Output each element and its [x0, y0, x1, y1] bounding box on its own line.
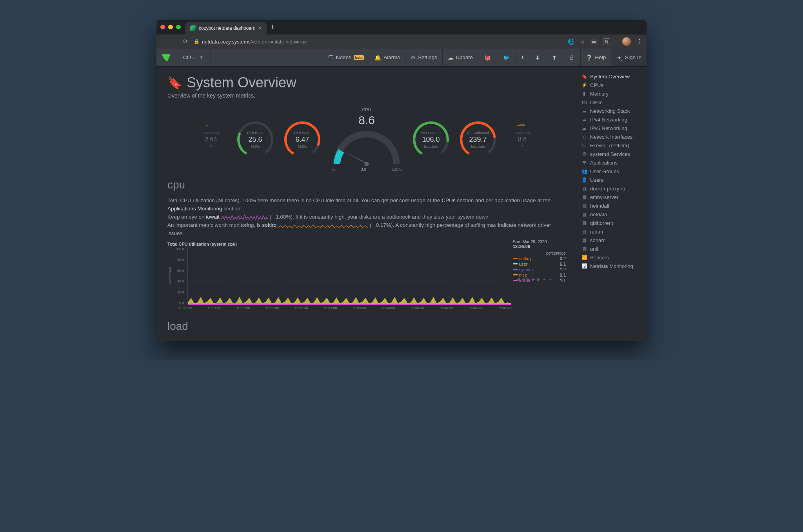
sidebar-item[interactable]: ▦heimdall	[577, 201, 643, 210]
cpu-text: An important metric worth monitoring, is	[167, 222, 262, 228]
window-maximize-icon[interactable]	[176, 25, 181, 29]
sidebar-item[interactable]: ⚡CPUs	[577, 81, 643, 89]
chart-legend: Sun, Mar 29, 2020 12:36:06 percentage so…	[513, 239, 566, 283]
extension-translate-icon[interactable]: 🌐	[568, 38, 574, 45]
chart-zoomout-icon[interactable]: －	[548, 277, 554, 282]
extension-notion-icon[interactable]: N	[603, 38, 610, 45]
sidebar-item[interactable]: ⎌Network Interfaces	[577, 132, 643, 141]
browser-tab[interactable]: cozybot netdata dashboard ×	[185, 22, 267, 34]
settings-button[interactable]: ⚙ Settings	[405, 49, 442, 66]
xtick: 12:31:30	[236, 306, 250, 310]
nav-reload-icon[interactable]: ⟳	[183, 38, 188, 45]
link-applications-monitoring[interactable]: Applications Monitoring	[167, 206, 222, 212]
twitter-link[interactable]: 🐦	[497, 49, 516, 66]
sidebar-item[interactable]: 🔖System Overview	[577, 72, 643, 81]
sidebar-item-label: unifi	[590, 246, 600, 252]
xtick: 12:33:00	[323, 306, 337, 310]
update-button[interactable]: ☁ Update	[442, 49, 478, 66]
new-tab-button[interactable]: +	[267, 23, 279, 31]
sidebar-item[interactable]: ▦emby-server	[577, 193, 643, 201]
grid-icon: ▦	[581, 237, 587, 243]
gauge-cpu[interactable]: CPU 8.6 % 0.0 100.0	[329, 107, 404, 172]
sidebar-item[interactable]: ▦docker proxy ro	[577, 184, 643, 193]
legend-row[interactable]: system1.2	[513, 267, 566, 272]
sidebar-item[interactable]: ⚙systemd Services	[577, 150, 643, 158]
download-button[interactable]: ⬇	[529, 49, 546, 66]
netdata-logo-icon[interactable]	[156, 49, 176, 66]
chart-play-icon[interactable]: ▶	[527, 277, 532, 282]
chart-resize-icon[interactable]: ⇕	[560, 277, 566, 282]
sidebar-item[interactable]: 📊Netdata Monitoring	[577, 262, 643, 270]
sidebar-item[interactable]: ☁IPv6 Networking	[577, 124, 643, 132]
gauge-used-swap[interactable]: Used Swap 2.64 %	[194, 122, 228, 157]
chart-rewind-icon[interactable]: ◀◀	[516, 277, 527, 282]
window-close-icon[interactable]	[160, 25, 165, 29]
gauge-disk-read[interactable]: Disk Read 25.6 MiB/s	[235, 119, 275, 159]
cpu-chart[interactable]: Total CPU utilization (system.cpu) perce…	[167, 242, 566, 310]
host-dropdown[interactable]: CO… ▼	[176, 49, 211, 66]
legend-row[interactable]: softirq0.2	[513, 256, 566, 261]
gauge-disk-write[interactable]: Disk Write 6.47 MiB/s	[282, 119, 322, 159]
sidebar-item[interactable]: 🖴Disks	[577, 98, 643, 107]
gauge-net-outbound[interactable]: Net Outbound 239.7 kilobits/s	[458, 119, 498, 159]
xtick: 12:30:30	[178, 306, 192, 310]
sidebar-item-label: heimdall	[590, 203, 609, 209]
extension-ublock-icon[interactable]: uo	[590, 39, 598, 44]
sidebar-item[interactable]: ☁Networking Stack	[577, 107, 643, 115]
svg-point-1	[194, 122, 228, 157]
chart-controls[interactable]: ◀◀▶▶▶＋－ ⇕	[516, 276, 566, 283]
legend-row[interactable]: user6.1	[513, 262, 566, 266]
section-body-cpu: Total CPU utilization (all cores). 100% …	[167, 197, 566, 238]
heart-icon: ❤	[581, 160, 587, 165]
signin-button[interactable]: ➜] Sign In	[611, 49, 647, 66]
tab-close-icon[interactable]: ×	[259, 25, 262, 31]
chart-zoomin-icon[interactable]: ＋	[542, 277, 548, 282]
chart-forward-icon[interactable]: ▶▶	[532, 277, 542, 282]
sidebar-item[interactable]: ▦unifi	[577, 244, 643, 253]
cloud-icon: ☁	[581, 117, 587, 122]
legend-name: softirq	[519, 256, 560, 261]
address-field[interactable]: 🔒 netdata.cozy.systems/#;theme=slate;hel…	[194, 39, 562, 45]
gauge-used-ram[interactable]: Used RAM 8.6 %	[505, 122, 540, 157]
sidebar-item-label: Networking Stack	[590, 108, 630, 114]
nodes-button[interactable]: 🖵 Nodes beta	[323, 49, 369, 66]
sidebar-item[interactable]: ▦qbittorrent	[577, 219, 643, 227]
github-icon: 🐙	[484, 54, 491, 61]
sidebar-item-label: emby-server	[590, 194, 618, 200]
gauge-net-inbound[interactable]: Net Inbound 106.0 kilobits/s	[411, 119, 451, 159]
profile-avatar-icon[interactable]	[622, 37, 631, 46]
sidebar-item[interactable]: 🛡Firewall (netfilter)	[577, 141, 643, 150]
sidebar-item[interactable]: 👥User Groups	[577, 167, 643, 176]
nav-back-icon[interactable]: ←	[160, 38, 166, 45]
sidebar-item[interactable]: ▦sonarr	[577, 236, 643, 244]
bookmark-star-icon[interactable]: ☆	[580, 38, 585, 45]
page-subtitle: Overview of the key system metrics.	[167, 92, 566, 99]
sidebar-item-label: System Overview	[590, 74, 630, 80]
sidebar-item[interactable]: ▦radarr	[577, 227, 643, 236]
ytick: 60.0	[175, 269, 184, 273]
window-minimize-icon[interactable]	[168, 25, 173, 29]
grid-icon: ▦	[581, 229, 587, 234]
print-button[interactable]: 🖨	[563, 49, 580, 66]
cpu-text: ). If it is constantly high, your disks …	[291, 214, 490, 220]
sidebar-item-label: CPUs	[590, 82, 603, 88]
sidebar-item[interactable]: ▦netdata	[577, 210, 643, 219]
sidebar-item[interactable]: 👤Users	[577, 176, 643, 184]
link-cpus[interactable]: CPUs	[441, 197, 455, 203]
sidebar-item[interactable]: ☁IPv4 Networking	[577, 115, 643, 124]
help-button[interactable]: ❔ Help	[580, 49, 611, 66]
browser-menu-icon[interactable]: ⋮	[636, 38, 643, 45]
facebook-link[interactable]: f	[516, 49, 529, 66]
alarms-button[interactable]: 🔔 Alarms	[369, 49, 405, 66]
sidebar-item-label: radarr	[590, 229, 604, 235]
sidebar-item[interactable]: ▮Memory	[577, 89, 643, 98]
legend-name: system	[519, 267, 560, 272]
host-dropdown-label: CO…	[183, 54, 196, 60]
upload-icon: ⬆	[552, 54, 557, 61]
github-link[interactable]: 🐙	[478, 49, 497, 66]
nav-forward-icon[interactable]: →	[172, 38, 178, 45]
sidebar-item[interactable]: ❤Applications	[577, 158, 643, 167]
sidebar-item[interactable]: 📶Sensors	[577, 253, 643, 262]
chart-plot-area[interactable]	[187, 246, 511, 305]
upload-button[interactable]: ⬆	[546, 49, 563, 66]
